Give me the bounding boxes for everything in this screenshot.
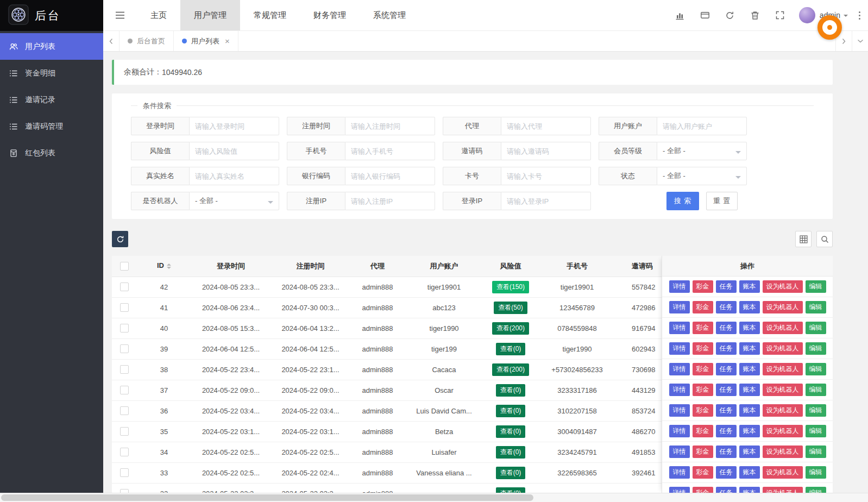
nav-item-2[interactable]: 常规管理: [240, 0, 300, 30]
ledger-button[interactable]: 账本: [739, 425, 760, 437]
bonus-button[interactable]: 彩金: [693, 301, 713, 313]
bonus-button[interactable]: 彩金: [693, 280, 713, 293]
edit-button[interactable]: 编辑: [806, 445, 826, 458]
sidebar-item-2[interactable]: 邀请记录: [0, 86, 103, 113]
sort-icon[interactable]: [167, 261, 171, 271]
set-robot-button[interactable]: 设为机器人: [763, 445, 803, 458]
task-button[interactable]: 任务: [716, 487, 737, 493]
ledger-button[interactable]: 账本: [739, 322, 760, 334]
trash-icon[interactable]: [743, 0, 768, 30]
card-icon[interactable]: [693, 0, 718, 30]
detail-button[interactable]: 详情: [669, 466, 690, 479]
ledger-button[interactable]: 账本: [739, 363, 760, 375]
detail-button[interactable]: 详情: [669, 322, 690, 334]
search-button[interactable]: 搜索: [666, 192, 699, 210]
row-checkbox[interactable]: [120, 489, 129, 493]
nav-item-4[interactable]: 系统管理: [360, 0, 419, 30]
ledger-button[interactable]: 账本: [739, 384, 760, 396]
nav-item-0[interactable]: 主页: [137, 0, 180, 30]
task-button[interactable]: 任务: [716, 425, 737, 437]
horizontal-scrollbar[interactable]: [0, 493, 868, 502]
edit-button[interactable]: 编辑: [806, 301, 826, 313]
bonus-button[interactable]: 彩金: [693, 404, 713, 417]
search-field-input[interactable]: [501, 192, 591, 210]
tab-close-icon[interactable]: ×: [225, 37, 230, 45]
detail-button[interactable]: 详情: [669, 404, 690, 417]
detail-button[interactable]: 详情: [669, 280, 690, 293]
risk-view-button[interactable]: 查看(0): [496, 487, 526, 493]
more-options-icon[interactable]: [853, 11, 868, 20]
search-field-input[interactable]: [501, 167, 591, 185]
search-field-select[interactable]: - 全部 -: [657, 167, 747, 185]
row-checkbox[interactable]: [120, 386, 129, 394]
bonus-button[interactable]: 彩金: [693, 384, 713, 396]
search-field-input[interactable]: [189, 142, 279, 160]
row-checkbox[interactable]: [120, 365, 129, 374]
detail-button[interactable]: 详情: [669, 384, 690, 396]
select-all-checkbox[interactable]: [120, 262, 129, 271]
edit-button[interactable]: 编辑: [806, 384, 826, 396]
task-button[interactable]: 任务: [716, 301, 737, 313]
row-checkbox[interactable]: [120, 427, 129, 436]
detail-button[interactable]: 详情: [669, 445, 690, 458]
ledger-button[interactable]: 账本: [739, 487, 760, 493]
edit-button[interactable]: 编辑: [806, 342, 826, 355]
scrollbar-thumb[interactable]: [1, 494, 533, 501]
bonus-button[interactable]: 彩金: [693, 363, 713, 375]
menu-toggle-icon[interactable]: [103, 0, 137, 30]
tab-1[interactable]: 用户列表 ×: [174, 31, 238, 51]
row-checkbox[interactable]: [120, 448, 129, 456]
sidebar-item-3[interactable]: 邀请码管理: [0, 113, 103, 140]
detail-button[interactable]: 详情: [669, 301, 690, 313]
search-field-input[interactable]: [657, 117, 747, 135]
tab-menu-icon[interactable]: [852, 31, 868, 51]
detail-button[interactable]: 详情: [669, 342, 690, 355]
edit-button[interactable]: 编辑: [806, 404, 826, 417]
refresh-icon[interactable]: [718, 0, 743, 30]
risk-view-button[interactable]: 查看(0): [496, 446, 526, 459]
edit-button[interactable]: 编辑: [806, 425, 826, 437]
detail-button[interactable]: 详情: [669, 363, 690, 375]
risk-view-button[interactable]: 查看(150): [492, 281, 529, 293]
set-robot-button[interactable]: 设为机器人: [763, 342, 803, 355]
nav-item-1[interactable]: 用户管理: [180, 0, 240, 30]
risk-view-button[interactable]: 查看(0): [496, 384, 526, 397]
row-checkbox[interactable]: [120, 468, 129, 477]
fullscreen-icon[interactable]: [768, 0, 792, 30]
bonus-button[interactable]: 彩金: [693, 487, 713, 493]
risk-view-button[interactable]: 查看(0): [496, 425, 526, 438]
columns-button[interactable]: [795, 231, 812, 247]
set-robot-button[interactable]: 设为机器人: [763, 425, 803, 437]
ledger-button[interactable]: 账本: [739, 445, 760, 458]
set-robot-button[interactable]: 设为机器人: [763, 404, 803, 417]
reset-button[interactable]: 重置: [706, 192, 738, 210]
column-header-0[interactable]: ID: [137, 256, 191, 277]
task-button[interactable]: 任务: [716, 384, 737, 396]
search-field-select[interactable]: - 全部 -: [657, 142, 747, 160]
nav-item-3[interactable]: 财务管理: [300, 0, 360, 30]
set-robot-button[interactable]: 设为机器人: [763, 322, 803, 334]
task-button[interactable]: 任务: [716, 404, 737, 417]
sidebar-item-4[interactable]: 红包列表: [0, 140, 103, 166]
row-checkbox[interactable]: [120, 324, 129, 332]
ledger-button[interactable]: 账本: [739, 280, 760, 293]
search-field-input[interactable]: [501, 142, 591, 160]
search-field-input[interactable]: [345, 117, 435, 135]
row-checkbox[interactable]: [120, 344, 129, 353]
search-field-input[interactable]: [189, 117, 279, 135]
bonus-button[interactable]: 彩金: [693, 425, 713, 437]
detail-button[interactable]: 详情: [669, 425, 690, 437]
task-button[interactable]: 任务: [716, 280, 737, 293]
set-robot-button[interactable]: 设为机器人: [763, 466, 803, 479]
column-search-button[interactable]: [816, 231, 833, 247]
floating-service-icon[interactable]: [817, 15, 842, 40]
search-field-input[interactable]: [189, 167, 279, 185]
edit-button[interactable]: 编辑: [806, 280, 826, 293]
sidebar-item-1[interactable]: 资金明细: [0, 60, 103, 86]
set-robot-button[interactable]: 设为机器人: [763, 487, 803, 493]
task-button[interactable]: 任务: [716, 363, 737, 375]
search-field-select[interactable]: - 全部 -: [189, 192, 279, 210]
avatar[interactable]: [799, 7, 815, 23]
search-field-input[interactable]: [501, 117, 591, 135]
refresh-table-button[interactable]: [112, 231, 128, 247]
